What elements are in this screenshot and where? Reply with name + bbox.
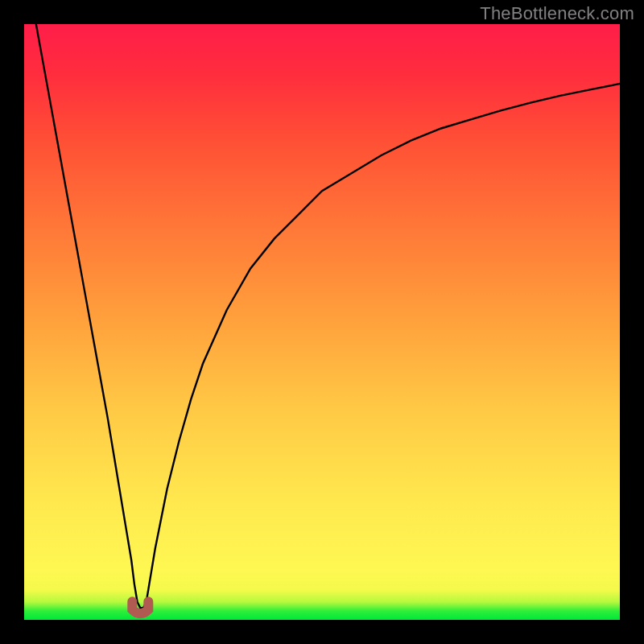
curve-layer	[24, 24, 620, 620]
chart-frame: TheBottleneck.com	[0, 0, 644, 644]
bottleneck-curve	[36, 24, 620, 608]
watermark-text: TheBottleneck.com	[480, 3, 634, 24]
plot-area	[24, 24, 620, 620]
